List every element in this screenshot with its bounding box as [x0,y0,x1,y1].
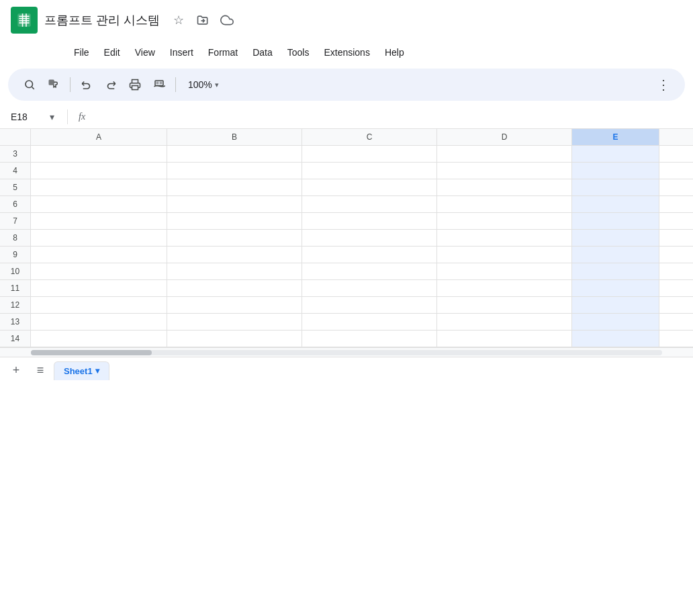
grid-cell[interactable] [31,213,167,229]
row-number[interactable]: 7 [0,213,31,229]
grid-cell[interactable] [302,230,437,246]
grid-cell[interactable] [572,213,659,229]
menu-help[interactable]: Help [378,44,411,60]
star-icon[interactable]: ☆ [169,11,188,30]
grid-cell[interactable] [167,213,302,229]
grid-cell[interactable] [167,331,302,347]
grid-cell[interactable] [31,297,167,313]
grid-cell[interactable] [302,196,437,212]
row-number[interactable]: 11 [0,280,31,296]
grid-cell[interactable] [437,331,572,347]
sheet-menu-button[interactable]: ≡ [30,360,51,382]
grid-cell[interactable] [167,230,302,246]
row-number[interactable]: 4 [0,163,31,179]
cell-reference-box[interactable]: ▾ [8,110,62,124]
menu-view[interactable]: View [128,44,162,60]
undo-button[interactable] [76,74,97,95]
grid-cell[interactable] [302,297,437,313]
row-number[interactable]: 12 [0,297,31,313]
col-header-C[interactable]: C [302,129,437,145]
grid-cell[interactable] [572,230,659,246]
grid-cell[interactable] [572,179,659,195]
grid-cell[interactable] [302,280,437,296]
grid-cell[interactable] [437,230,572,246]
redo-button[interactable] [100,74,122,95]
sheet-tab-arrow[interactable]: ▾ [95,366,99,376]
grid-cell[interactable] [572,297,659,313]
grid-cell[interactable] [31,263,167,279]
menu-insert[interactable]: Insert [163,44,200,60]
grid-cell[interactable] [437,263,572,279]
grid-cell[interactable] [31,179,167,195]
folder-move-icon[interactable] [193,11,212,30]
sheet-tab-sheet1[interactable]: Sheet1 ▾ [54,361,109,380]
grid-cell[interactable] [572,331,659,347]
grid-cell[interactable] [302,163,437,179]
row-number[interactable]: 9 [0,247,31,263]
grid-cell[interactable] [167,247,302,263]
col-header-D[interactable]: D [437,129,572,145]
grid-cell[interactable] [302,179,437,195]
row-number[interactable]: 10 [0,263,31,279]
grid-cell[interactable] [572,163,659,179]
grid-cell[interactable] [437,247,572,263]
grid-cell[interactable] [31,146,167,162]
format-paint-button[interactable] [148,74,170,95]
scrollbar-thumb[interactable] [31,350,152,355]
grid-cell[interactable] [302,213,437,229]
grid-cell[interactable] [167,196,302,212]
grid-cell[interactable] [31,247,167,263]
grid-cell[interactable] [437,196,572,212]
add-sheet-button[interactable]: + [5,360,27,382]
print-button[interactable] [124,74,146,95]
col-header-E[interactable]: E [572,129,659,145]
grid-cell[interactable] [167,163,302,179]
row-number[interactable]: 3 [0,146,31,162]
grid-cell[interactable] [167,314,302,330]
grid-cell[interactable] [437,314,572,330]
grid-cell[interactable] [437,146,572,162]
grid-cell[interactable] [167,263,302,279]
horizontal-scrollbar[interactable] [0,347,693,357]
grid-cell[interactable] [302,331,437,347]
row-number[interactable]: 14 [0,331,31,347]
row-number[interactable]: 8 [0,230,31,246]
zoom-control[interactable]: 100% ▾ [181,77,226,93]
grid-cell[interactable] [167,280,302,296]
grid-cell[interactable] [572,196,659,212]
grid-cell[interactable] [302,146,437,162]
grid-cell[interactable] [167,146,302,162]
grid-cell[interactable] [31,230,167,246]
grid-cell[interactable] [572,280,659,296]
grid-cell[interactable] [572,247,659,263]
grid-cell[interactable] [31,280,167,296]
col-header-B[interactable]: B [167,129,302,145]
menu-tools[interactable]: Tools [281,44,316,60]
grid-cell[interactable] [437,213,572,229]
grid-cell[interactable] [572,314,659,330]
grid-cell[interactable] [31,163,167,179]
grid-cell[interactable] [437,179,572,195]
menu-edit[interactable]: Edit [97,44,127,60]
grid-cell[interactable] [302,314,437,330]
grid-cell[interactable] [437,163,572,179]
menu-format[interactable]: Format [201,44,244,60]
menu-extensions[interactable]: Extensions [317,44,376,60]
grid-cell[interactable] [302,247,437,263]
cell-ref-dropdown[interactable]: ▾ [50,112,54,122]
grid-cell[interactable] [167,179,302,195]
grid-cell[interactable] [31,196,167,212]
grid-cell[interactable] [437,280,572,296]
grid-cell[interactable] [31,314,167,330]
row-number[interactable]: 13 [0,314,31,330]
formula-input[interactable] [96,112,685,122]
grid-cell[interactable] [572,263,659,279]
grid-cell[interactable] [437,297,572,313]
grid-cell[interactable] [302,263,437,279]
row-number[interactable]: 6 [0,196,31,212]
grid-cell[interactable] [31,331,167,347]
menu-data[interactable]: Data [246,44,279,60]
cell-ref-input[interactable] [8,110,48,124]
col-header-A[interactable]: A [31,129,167,145]
grid-cell[interactable] [167,297,302,313]
